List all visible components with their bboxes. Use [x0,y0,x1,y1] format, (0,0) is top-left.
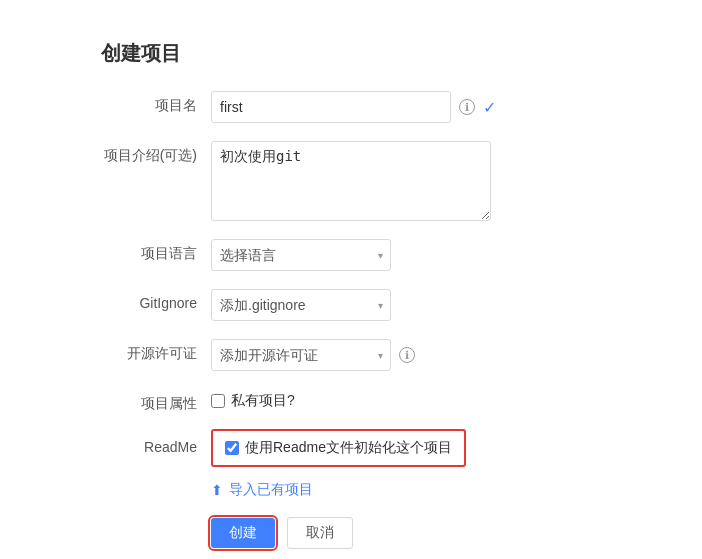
readme-checkbox[interactable] [225,441,239,455]
gitignore-wrap: 添加.gitignore ▾ [211,289,601,321]
project-lang-select[interactable]: 选择语言 [211,239,391,271]
project-lang-select-wrap: 选择语言 ▾ [211,239,391,271]
import-link-text: 导入已有项目 [229,481,313,499]
private-checkbox-text: 私有项目? [231,392,295,410]
project-lang-row: 项目语言 选择语言 ▾ [101,239,601,271]
project-name-label: 项目名 [101,91,211,115]
project-desc-row: 项目介绍(可选) 初次使用git [101,141,601,221]
import-icon: ⬆ [211,482,223,498]
license-select-wrap: 添加开源许可证 ▾ [211,339,391,371]
gitignore-label: GitIgnore [101,289,211,311]
project-name-input[interactable] [211,91,451,123]
private-checkbox-label[interactable]: 私有项目? [211,392,295,410]
private-checkbox[interactable] [211,394,225,408]
gitignore-select-wrap: 添加.gitignore ▾ [211,289,391,321]
license-wrap: 添加开源许可证 ▾ ℹ [211,339,601,371]
import-link[interactable]: ⬆ 导入已有项目 [211,481,601,499]
project-attr-row: 项目属性 私有项目? [101,389,601,413]
gitignore-select[interactable]: 添加.gitignore [211,289,391,321]
cancel-button[interactable]: 取消 [287,517,353,549]
page-title: 创建项目 [101,40,601,67]
license-info-icon[interactable]: ℹ [399,347,415,363]
project-desc-wrap: 初次使用git [211,141,601,221]
license-row: 开源许可证 添加开源许可证 ▾ ℹ [101,339,601,371]
create-project-form: 创建项目 项目名 ℹ ✓ 项目介绍(可选) 初次使用git 项目语言 选择语言 … [71,20,631,559]
project-lang-label: 项目语言 [101,239,211,263]
readme-checkbox-text: 使用Readme文件初始化这个项目 [245,439,452,457]
info-icon[interactable]: ℹ [459,99,475,115]
project-attr-label: 项目属性 [101,389,211,413]
create-button[interactable]: 创建 [211,518,275,548]
license-label: 开源许可证 [101,339,211,363]
project-name-row: 项目名 ℹ ✓ [101,91,601,123]
project-name-wrap: ℹ ✓ [211,91,601,123]
project-attr-wrap: 私有项目? [211,392,601,410]
readme-box: 使用Readme文件初始化这个项目 [211,429,466,467]
readme-label: ReadMe [101,439,211,455]
readme-checkbox-label[interactable]: 使用Readme文件初始化这个项目 [225,439,452,457]
license-select[interactable]: 添加开源许可证 [211,339,391,371]
project-desc-input[interactable]: 初次使用git [211,141,491,221]
project-desc-label: 项目介绍(可选) [101,141,211,165]
button-row: 创建 取消 [211,517,601,549]
project-lang-wrap: 选择语言 ▾ [211,239,601,271]
readme-row: ReadMe 使用Readme文件初始化这个项目 [101,427,601,467]
check-icon: ✓ [483,98,496,117]
gitignore-row: GitIgnore 添加.gitignore ▾ [101,289,601,321]
